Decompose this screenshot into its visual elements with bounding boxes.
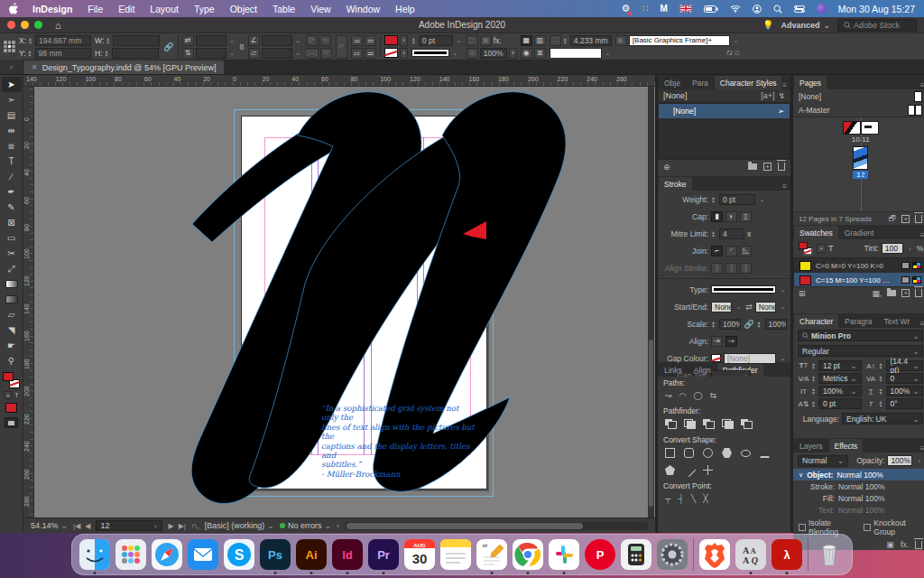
panel-menu-icon[interactable]: ≡ — [920, 444, 924, 452]
redefine-style-icon[interactable]: ↯ — [778, 91, 785, 100]
pathfinder-intersect-icon[interactable] — [703, 419, 715, 429]
convert-shape-ellipse-icon[interactable] — [703, 448, 713, 458]
align-top-button[interactable]: ⚍ — [351, 35, 363, 46]
font-size-field[interactable]: 12 pt⌄ — [818, 360, 862, 371]
tab-stroke[interactable]: Stroke — [659, 177, 692, 191]
font-family-select[interactable]: Minion Pro⌄ — [798, 330, 923, 341]
panel-menu-icon[interactable]: ≡ — [920, 320, 924, 328]
effects-opacity-field[interactable]: 100% — [887, 455, 912, 466]
tint-arrow[interactable]: › — [906, 246, 914, 252]
dock-font-book[interactable]: A AA Q — [735, 539, 766, 570]
weight-field[interactable]: 0 pt — [719, 194, 755, 205]
align-arrow-end-button[interactable]: ⤑ — [725, 336, 737, 347]
dock-acrobat[interactable]: λ — [772, 539, 802, 570]
disclosure-icon[interactable]: ∨ — [799, 471, 803, 479]
tool-eyedropper[interactable]: ◥ — [2, 322, 22, 338]
y-stepper[interactable]: ▲▼ — [28, 50, 33, 57]
next-page-button[interactable]: ▶ — [168, 522, 173, 530]
tab-character-styles[interactable]: Character Styles — [715, 76, 782, 89]
convert-shape-line-icon[interactable] — [688, 470, 696, 477]
scale-y-stepper[interactable]: ▲▼ — [757, 321, 762, 328]
path-op-reverse-path-icon[interactable]: ⇆ — [709, 391, 716, 400]
dock-system-preferences[interactable] — [657, 539, 688, 570]
menu-edit[interactable]: Edit — [118, 4, 134, 14]
tool-content-collector[interactable]: ⧈ — [2, 138, 22, 154]
object-style-icon[interactable]: ▣. — [615, 35, 627, 46]
lightbulb-icon[interactable]: 💡 — [762, 20, 773, 30]
blend-mode-select[interactable]: Normal⌄ — [798, 455, 848, 467]
pathfinder-subtract-icon[interactable] — [684, 419, 696, 429]
clear-effects-icon[interactable]: ▣ — [886, 540, 894, 549]
tab-paragraph-styles[interactable]: Para — [687, 76, 714, 89]
scroll-left-arrow[interactable]: ‹ — [337, 521, 339, 530]
battery-icon[interactable] — [704, 4, 718, 14]
new-style-icon[interactable]: + — [763, 163, 772, 171]
dock-photoshop[interactable]: Ps — [260, 539, 291, 570]
projecting-cap-button[interactable]: ▯ — [740, 211, 752, 222]
apple-menu-icon[interactable] — [9, 3, 22, 14]
tool-frame[interactable]: ⊠ — [2, 215, 22, 230]
kerning-stepper[interactable]: ▲▼ — [811, 375, 817, 382]
baseline-shift-field[interactable]: 0 pt — [818, 398, 862, 409]
tab-layers[interactable]: Layers — [794, 439, 828, 452]
tab-object-styles[interactable]: Obje — [659, 76, 686, 89]
tool-rectangle[interactable]: ▭ — [2, 230, 22, 246]
dock-calculator[interactable] — [621, 539, 651, 570]
convert-point-symmetrical-icon[interactable]: ╳ — [703, 494, 707, 503]
tab-character[interactable]: Character — [794, 314, 838, 328]
horizontal-scrollbar[interactable] — [345, 522, 648, 530]
tool-page[interactable]: ▤ — [2, 107, 22, 123]
convert-shape-cross-icon[interactable] — [703, 465, 713, 475]
frame-fitting-icon[interactable]: ⛶ — [550, 35, 561, 46]
panel-menu-icon[interactable]: ≡ — [920, 231, 924, 239]
fill-proxy-swatch[interactable] — [3, 372, 14, 381]
new-colour-group-icon[interactable]: ▦, — [872, 289, 882, 298]
vscale-stepper[interactable]: ▲▼ — [811, 387, 817, 395]
zoom-level-select[interactable]: 54.14%⌄ — [31, 521, 68, 530]
fx-icon[interactable]: fx. — [901, 540, 910, 549]
path-op-join-path-icon[interactable]: ↝ — [665, 391, 672, 400]
tool-pencil[interactable]: ✎ — [2, 200, 22, 215]
h-stepper[interactable]: ▲▼ — [105, 50, 110, 57]
w-stepper[interactable]: ▲▼ — [106, 37, 111, 44]
miter-join-button[interactable]: ⌐ — [711, 246, 723, 256]
font-style-select[interactable]: Regular⌄ — [798, 345, 923, 357]
opacity-arrow[interactable]: › — [915, 458, 923, 464]
convert-shape-rectangle-icon[interactable] — [665, 448, 675, 458]
h-field[interactable] — [112, 48, 159, 59]
opacity-field[interactable]: 100% — [480, 48, 507, 59]
select-container-button[interactable]: P — [336, 35, 347, 59]
first-page-button[interactable]: |◀ — [73, 522, 80, 530]
corner-radius-field[interactable]: 4.233 mm — [570, 35, 612, 46]
convert-shape-triangle-icon[interactable] — [760, 448, 770, 458]
menu-layout[interactable]: Layout — [150, 4, 179, 14]
font-size-stepper[interactable]: ▲▼ — [811, 362, 817, 369]
new-style-group-icon[interactable] — [748, 163, 757, 170]
text-format-button[interactable]: T — [828, 244, 834, 253]
panel-menu-icon[interactable]: ≡ — [782, 81, 790, 89]
delete-swatch-icon[interactable] — [915, 289, 922, 297]
link-scale-icon[interactable]: 🔗 — [744, 320, 753, 329]
preflight-icon[interactable]: ∩, — [191, 521, 199, 530]
swap-arrowheads-icon[interactable]: ⇄ — [745, 303, 753, 312]
dock-premiere[interactable]: Pr — [368, 539, 399, 570]
style-row-none[interactable]: [None]➢ — [659, 104, 790, 118]
hscale-stepper[interactable]: ▲▼ — [879, 387, 884, 395]
skew-stepper[interactable]: ▲▼ — [879, 400, 884, 407]
tab-text-wrap[interactable]: Text Wr — [879, 314, 916, 328]
dock-safari[interactable] — [152, 539, 182, 570]
scale-x-stepper[interactable]: ▲▼ — [711, 321, 716, 328]
tab-pages[interactable]: Pages — [794, 76, 827, 89]
gap-colour-select[interactable]: [None] — [724, 353, 776, 364]
kerning-field[interactable]: Metrics⌄ — [818, 373, 862, 384]
tab-swatches[interactable]: Swatches — [794, 226, 838, 239]
dock-brave[interactable] — [699, 539, 730, 570]
apply-color-button[interactable] — [5, 403, 17, 413]
style-group-icon[interactable]: [a+] — [761, 91, 774, 100]
tool-scissors[interactable]: ✂ — [2, 246, 22, 261]
user-switch-icon[interactable] — [753, 4, 762, 14]
effects-row-object[interactable]: ∨Object:Normal 100% — [793, 469, 924, 480]
menu-indesign[interactable]: InDesign — [32, 4, 72, 14]
delete-style-icon[interactable] — [778, 163, 785, 171]
corner-stepper[interactable]: ▲▼ — [563, 37, 568, 44]
